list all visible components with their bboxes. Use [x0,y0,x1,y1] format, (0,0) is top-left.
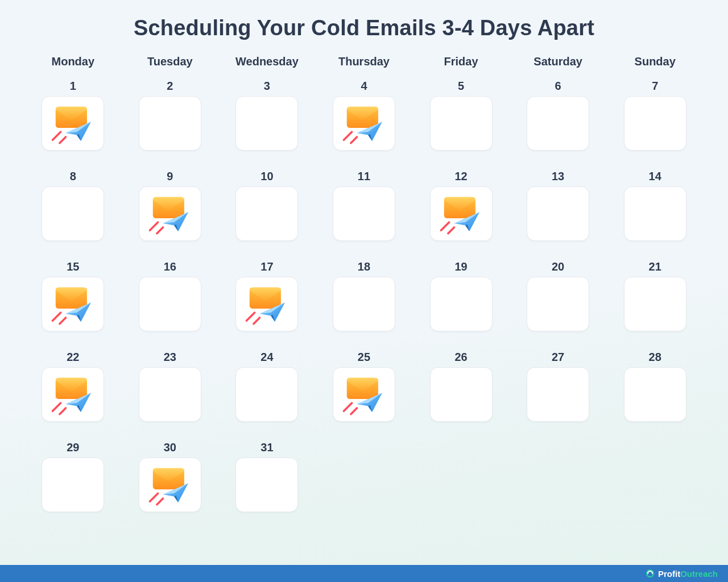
day-box [624,96,686,151]
calendar-cell: 7 [613,80,697,151]
calendar-cell: 13 [516,170,600,241]
svg-line-5 [351,137,357,143]
svg-line-23 [351,408,357,414]
day-box [624,186,686,241]
calendar-cell: 26 [419,351,503,422]
brand-logo-icon [646,569,655,578]
day-box [42,186,104,241]
calendar-cell: 17 [225,260,309,331]
svg-line-11 [448,227,454,234]
day-box [333,367,395,422]
day-box [42,367,104,422]
day-box [430,96,493,151]
calendar-cell: 30 [129,441,212,512]
calendar-cell: 31 [225,441,309,512]
day-number: 11 [358,170,370,183]
brand-suffix: Outreach [680,569,718,579]
send-email-icon [144,191,196,236]
svg-line-26 [157,498,163,505]
day-number: 26 [454,351,467,364]
day-box [430,277,493,331]
day-number: 3 [264,80,270,93]
day-box [139,96,201,151]
send-email-icon [241,281,292,327]
day-number: 12 [454,170,467,183]
day-box [624,367,686,422]
day-box [527,186,589,241]
day-number: 21 [649,260,661,273]
day-box [235,367,298,422]
svg-line-16 [247,313,255,321]
svg-line-19 [53,403,61,411]
page: Scheduling Your Cold Emails 3-4 Days Apa… [0,0,728,582]
svg-line-7 [150,222,158,230]
calendar-cell [516,441,600,512]
brand-text: ProfitOutreach [658,569,718,579]
calendar-grid: 1 [31,80,697,523]
send-email-icon [338,372,390,417]
day-number: 9 [167,170,173,183]
calendar-cell: 11 [322,170,406,241]
day-box [139,186,201,241]
calendar-cell: 27 [516,351,600,422]
calendar-cell: 19 [419,260,503,331]
calendar-cell: 2 [129,80,212,151]
day-number: 22 [67,351,79,364]
day-number: 10 [260,170,273,183]
day-box [139,458,201,512]
day-box [527,367,589,422]
footer-bar: ProfitOutreach [0,565,728,582]
day-number: 28 [649,351,661,364]
calendar-cell: 5 [419,80,503,151]
svg-line-2 [60,137,66,143]
day-box [333,277,395,331]
day-box [527,277,589,331]
calendar-cell: 22 [31,351,115,422]
calendar-cell: 12 [419,170,503,241]
svg-line-8 [157,227,163,234]
calendar-cell [419,441,503,512]
svg-line-4 [344,132,351,140]
day-number: 4 [361,80,367,93]
calendar-cell: 4 [322,80,406,151]
day-number: 29 [67,441,79,454]
day-number: 5 [458,80,464,93]
calendar-cell: 20 [516,260,600,331]
svg-line-22 [344,403,351,411]
send-email-icon [47,281,98,327]
day-box [527,96,589,151]
day-box [42,277,104,331]
day-box [430,186,493,241]
day-number: 15 [67,260,79,273]
calendar-cell: 28 [613,351,697,422]
calendar-cell: 1 [31,80,115,151]
day-number: 18 [358,260,370,273]
svg-line-13 [53,313,61,321]
weekday-header: Friday [419,55,503,68]
day-number: 30 [164,441,176,454]
weekday-header: Tuesday [129,55,212,68]
day-box [139,367,201,422]
day-number: 8 [70,170,76,183]
calendar-cell: 16 [129,260,212,331]
calendar-cell: 10 [225,170,309,241]
send-email-icon [47,372,98,417]
calendar-cell [613,441,697,512]
day-number: 19 [454,260,467,273]
day-number: 31 [260,441,273,454]
day-number: 13 [552,170,564,183]
day-box [235,458,298,512]
svg-line-10 [441,222,449,230]
day-box [333,96,395,151]
send-email-icon [436,191,487,236]
brand: ProfitOutreach [646,569,718,579]
day-box [235,96,298,151]
day-number: 27 [552,351,564,364]
day-number: 25 [358,351,370,364]
weekday-header: Thursday [322,55,406,68]
day-box [235,186,298,241]
weekday-header: Saturday [516,55,600,68]
brand-prefix: Profit [658,569,680,579]
svg-line-1 [53,132,61,140]
day-number: 7 [652,80,658,93]
